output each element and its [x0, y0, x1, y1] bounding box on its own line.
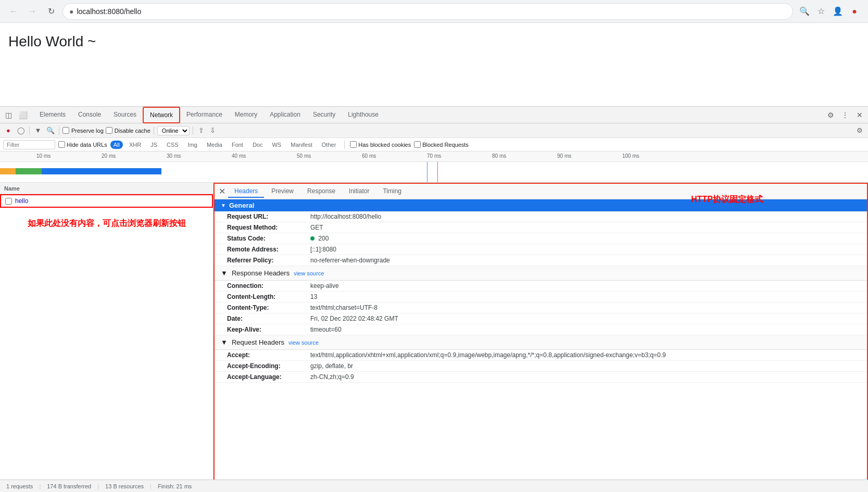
network-settings-btn[interactable]: ⚙ [854, 125, 865, 136]
content-type-row: Content-Type: text/html;charset=UTF-8 [215, 302, 867, 313]
filter-xhr-btn[interactable]: XHR [126, 141, 144, 149]
response-headers-title-text: Response Headers [232, 269, 290, 277]
file-name: hello [15, 197, 28, 205]
status-resources: 13 B resources [105, 483, 144, 489]
headers-tabs: ✕ Headers Preview Response Initiator Tim… [215, 184, 867, 199]
import-button[interactable]: ⇧ [196, 125, 207, 136]
filter-other-btn[interactable]: Other [319, 141, 339, 149]
devtools-more-btn[interactable]: ⋮ [839, 109, 851, 121]
bookmark-button[interactable]: ☆ [814, 4, 828, 19]
tab-memory[interactable]: Memory [229, 107, 263, 123]
timeline-bar-orange [0, 168, 16, 174]
request-headers-toggle-icon: ▼ [221, 338, 228, 346]
browser-actions: 🔍 ☆ 👤 ● [797, 4, 862, 19]
filter-manifest-btn[interactable]: Manifest [287, 141, 316, 149]
filter-doc-btn[interactable]: Doc [249, 141, 266, 149]
hide-data-urls-checkbox[interactable] [58, 141, 65, 148]
preserve-log-checkbox[interactable] [62, 127, 69, 134]
separator-3 [154, 127, 154, 135]
tab-elements[interactable]: Elements [33, 107, 72, 123]
headers-tab-initiator[interactable]: Initiator [343, 185, 375, 198]
forward-button[interactable]: → [25, 4, 40, 19]
disable-cache-checkbox[interactable] [106, 127, 112, 134]
tab-console[interactable]: Console [72, 107, 107, 123]
timeline-ruler: 10 ms 20 ms 30 ms 40 ms 50 ms 60 ms 70 m… [0, 152, 868, 162]
zoom-button[interactable]: 🔍 [797, 4, 812, 19]
filter-js-btn[interactable]: JS [147, 141, 160, 149]
export-button[interactable]: ⇩ [208, 125, 218, 136]
status-dot [310, 236, 315, 241]
devtools-toggle-btn[interactable]: ◫ [2, 109, 15, 121]
clear-button[interactable]: ◯ [16, 125, 26, 136]
profile-button[interactable]: 👤 [831, 4, 845, 19]
general-section-header[interactable]: ▼ General [215, 199, 867, 211]
upload-download: ⇧ ⇩ [196, 125, 218, 136]
referrer-policy-row: Referrer Policy: no-referrer-when-downgr… [215, 255, 867, 266]
headers-tab-timing[interactable]: Timing [376, 185, 408, 198]
back-button[interactable]: ← [6, 4, 21, 19]
filter-ws-btn[interactable]: WS [269, 141, 284, 149]
blocked-requests-checkbox[interactable] [414, 141, 421, 148]
filter-input[interactable] [3, 140, 55, 149]
main-area: Name hello 如果此处没有内容，可点击浏览器刷新按钮 ✕ Headers… [0, 183, 868, 492]
tab-network[interactable]: Network [143, 107, 180, 123]
filter-button[interactable]: ▼ [33, 125, 43, 136]
devtools-inspect-btn[interactable]: ⬜ [17, 109, 29, 121]
search-button[interactable]: 🔍 [45, 125, 56, 136]
request-headers-section[interactable]: ▼ Request Headers view source [215, 335, 867, 350]
address-bar[interactable]: ● localhost:8080/hello [62, 3, 793, 20]
filter-font-btn[interactable]: Font [229, 141, 246, 149]
tab-application[interactable]: Application [263, 107, 307, 123]
devtools-close-btn[interactable]: ✕ [853, 109, 866, 121]
filter-css-btn[interactable]: CSS [163, 141, 182, 149]
filter-img-btn[interactable]: Img [185, 141, 200, 149]
tab-sources[interactable]: Sources [107, 107, 143, 123]
marker-10ms: 10 ms [36, 153, 51, 159]
file-checkbox[interactable] [5, 198, 12, 205]
page-title: Hello World ~ [8, 33, 860, 50]
status-transferred: 174 B transferred [47, 483, 91, 489]
status-requests: 1 requests [6, 483, 33, 489]
tab-lighthouse[interactable]: Lighthouse [342, 107, 385, 123]
http-annotation: HTTP协议固定格式 [691, 194, 763, 205]
url-text: localhost:8080/hello [77, 7, 141, 16]
tab-security[interactable]: Security [307, 107, 342, 123]
timeline-vline-blue [427, 162, 427, 183]
response-view-source[interactable]: view source [294, 270, 324, 276]
request-url-row: Request URL: http://localhost:8080/hello [215, 211, 867, 222]
timeline-bar-green [16, 168, 42, 174]
devtools-toolbar: ◫ ⬜ Elements Console Sources Network Per… [0, 107, 868, 123]
blocked-requests-label[interactable]: Blocked Requests [414, 141, 469, 148]
devtools-tabs: Elements Console Sources Network Perform… [33, 107, 824, 123]
request-view-source[interactable]: view source [288, 339, 319, 346]
date-row: Date: Fri, 02 Dec 2022 02:48:42 GMT [215, 313, 867, 324]
has-blocked-cookies-checkbox[interactable] [350, 141, 357, 148]
status-bar: 1 requests | 174 B transferred | 13 B re… [0, 480, 868, 492]
headers-tab-headers[interactable]: Headers [228, 185, 264, 198]
marker-90ms: 90 ms [557, 153, 571, 159]
filter-all-btn[interactable]: All [110, 141, 123, 149]
marker-100ms: 100 ms [622, 153, 639, 159]
list-item-hello[interactable]: hello [0, 194, 213, 208]
devtools-settings-btn[interactable]: ⚙ [824, 109, 837, 121]
connection-row: Connection: keep-alive [215, 281, 867, 292]
headers-panel: ✕ Headers Preview Response Initiator Tim… [213, 183, 868, 492]
response-headers-section[interactable]: ▼ Response Headers view source [215, 266, 867, 281]
close-headers-btn[interactable]: ✕ [217, 186, 227, 197]
headers-tab-response[interactable]: Response [301, 185, 342, 198]
hide-data-urls-label[interactable]: Hide data URLs [58, 141, 107, 148]
disable-cache-label[interactable]: Disable cache [106, 127, 150, 134]
remote-address-row: Remote Address: [::1]:8080 [215, 244, 867, 255]
has-blocked-cookies-label[interactable]: Has blocked cookies [350, 141, 411, 148]
reload-button[interactable]: ↻ [44, 4, 58, 19]
tab-performance[interactable]: Performance [180, 107, 229, 123]
extensions-button[interactable]: ● [847, 4, 862, 19]
timeline-bars[interactable] [0, 162, 868, 183]
devtools: ◫ ⬜ Elements Console Sources Network Per… [0, 106, 868, 492]
devtools-actions: ⚙ ⋮ ✕ [824, 109, 866, 121]
filter-media-btn[interactable]: Media [204, 141, 225, 149]
preserve-log-label[interactable]: Preserve log [62, 127, 104, 134]
record-button[interactable]: ● [3, 125, 14, 136]
headers-tab-preview[interactable]: Preview [265, 185, 300, 198]
throttle-select[interactable]: Online [157, 126, 190, 135]
